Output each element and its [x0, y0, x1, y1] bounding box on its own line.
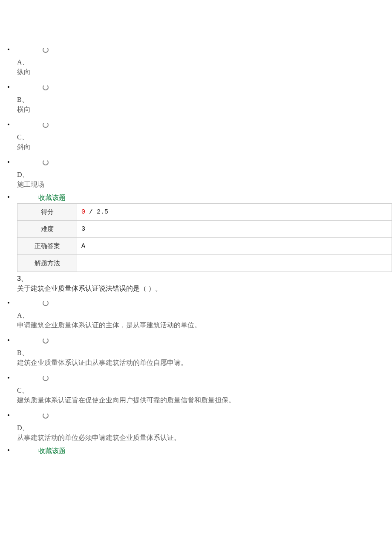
- q2-option-d[interactable]: D、 施工现场: [0, 155, 392, 189]
- method-value: [77, 255, 392, 272]
- favorite-row: 收藏该题: [0, 446, 392, 457]
- q3-option-d[interactable]: D、 从事建筑活动的单位必须申请建筑企业质量体系认证。: [0, 408, 392, 442]
- score-sep: /: [85, 208, 97, 216]
- radio-icon: [43, 122, 49, 128]
- option-text: 施工现场: [17, 180, 392, 189]
- radio-icon: [43, 300, 49, 306]
- score-label: 得分: [17, 204, 77, 221]
- option-text: 横向: [17, 105, 392, 114]
- option-letter: B、: [17, 95, 392, 104]
- q2-option-a[interactable]: A、 纵向: [0, 43, 392, 77]
- q3-option-c[interactable]: C、 建筑质量体系认证旨在促使企业向用户提供可靠的质量信誉和质量担保。: [0, 371, 392, 405]
- option-text: 纵向: [17, 68, 392, 77]
- option-text: 申请建筑企业质量体系认证的主体，是从事建筑活动的单位。: [17, 321, 392, 330]
- score-got: 0: [81, 208, 85, 216]
- option-letter: A、: [17, 58, 392, 67]
- favorite-link[interactable]: 收藏该题: [38, 446, 66, 457]
- radio-icon: [43, 159, 49, 165]
- option-letter: D、: [17, 424, 392, 433]
- radio-icon: [43, 47, 49, 53]
- radio-icon: [43, 413, 49, 419]
- option-text: 建筑企业质量体系认证由从事建筑活动的单位自愿申请。: [17, 358, 392, 367]
- method-label: 解题方法: [17, 255, 77, 272]
- q2-option-b[interactable]: B、 横向: [0, 80, 392, 114]
- option-letter: B、: [17, 349, 392, 358]
- option-letter: C、: [17, 133, 392, 142]
- answer-label: 正确答案: [17, 238, 77, 255]
- table-row: 正确答案 A: [17, 238, 392, 255]
- score-total: 2.5: [97, 208, 108, 216]
- answer-value: A: [77, 238, 392, 255]
- radio-icon: [43, 84, 49, 90]
- table-row: 难度 3: [17, 221, 392, 238]
- favorite-row: 收藏该题: [0, 193, 392, 203]
- option-text: 建筑质量体系认证旨在促使企业向用户提供可靠的质量信誉和质量担保。: [17, 396, 392, 405]
- table-row: 得分 0 / 2.5: [17, 204, 392, 221]
- question-number: 3、: [17, 275, 392, 283]
- favorite-link[interactable]: 收藏该题: [38, 193, 66, 203]
- q2-option-c[interactable]: C、 斜向: [0, 118, 392, 152]
- difficulty-value: 3: [77, 221, 392, 238]
- table-row: 解题方法: [17, 255, 392, 272]
- option-letter: D、: [17, 171, 392, 179]
- option-letter: A、: [17, 311, 392, 320]
- radio-icon: [43, 338, 49, 344]
- q3-option-b[interactable]: B、 建筑企业质量体系认证由从事建筑活动的单位自愿申请。: [0, 333, 392, 367]
- difficulty-label: 难度: [17, 221, 77, 238]
- score-value: 0 / 2.5: [77, 204, 392, 221]
- radio-icon: [43, 375, 49, 381]
- option-letter: C、: [17, 386, 392, 395]
- option-text: 从事建筑活动的单位必须申请建筑企业质量体系认证。: [17, 434, 392, 442]
- answer-info-table: 得分 0 / 2.5 难度 3 正确答案 A 解题方法: [17, 203, 392, 272]
- option-text: 斜向: [17, 143, 392, 152]
- question-text: 关于建筑企业质量体系认证说法错误的是（ ）。: [17, 284, 392, 293]
- q3-option-a[interactable]: A、 申请建筑企业质量体系认证的主体，是从事建筑活动的单位。: [0, 296, 392, 330]
